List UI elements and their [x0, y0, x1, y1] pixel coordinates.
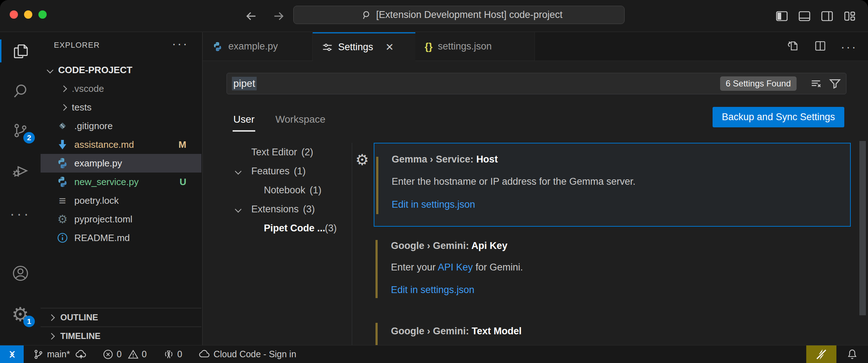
more-views-icon[interactable]: ··· — [0, 200, 41, 227]
python-icon — [56, 157, 69, 169]
command-center[interactable]: [Extension Development Host] code-projec… — [293, 6, 625, 24]
lock-file-icon: ≡ — [56, 194, 69, 207]
toggle-secondary-sidebar-icon[interactable] — [821, 10, 834, 23]
setting-actions-gear-icon[interactable]: ⚙ — [355, 152, 369, 168]
python-icon — [212, 41, 223, 52]
toml-gear-icon: ⚙ — [56, 213, 69, 225]
tree-root-code-project[interactable]: CODE-PROJECT — [41, 61, 201, 79]
branch-status-item[interactable]: main* — [33, 349, 87, 360]
toggle-panel-icon[interactable] — [798, 10, 811, 23]
toc-features[interactable]: Features (1) — [203, 162, 352, 181]
maximize-window-button[interactable] — [38, 10, 47, 19]
chevron-right-icon — [60, 85, 67, 92]
explorer-title: EXPLORER — [54, 41, 100, 50]
run-debug-icon[interactable] — [0, 157, 41, 184]
close-window-button[interactable] — [10, 10, 18, 19]
toc-text-editor[interactable]: Text Editor (2) — [203, 143, 352, 162]
tree-item-readme-md[interactable]: README.md — [41, 228, 201, 247]
settings-gear-icon[interactable]: ⚙ 1 — [0, 301, 41, 328]
api-key-link[interactable]: API Key — [438, 262, 473, 273]
toc-notebook[interactable]: Notebook (1) — [203, 181, 352, 200]
nav-forward-icon[interactable] — [271, 9, 286, 23]
settings-search-value: pipet — [232, 77, 257, 90]
activity-bar: 2 ··· ⚙ 1 — [0, 32, 41, 345]
setting-description: Enter your API Key for Gemini. — [391, 262, 523, 273]
settings-scrollbar[interactable] — [859, 141, 866, 315]
tree-item-new-service-py[interactable]: new_service.py U — [41, 173, 201, 191]
accounts-icon[interactable] — [0, 260, 41, 287]
cloud-code-signin-item[interactable]: Cloud Code - Sign in — [199, 349, 297, 360]
modified-indicator — [375, 240, 378, 298]
edit-in-settings-json-link[interactable]: Edit in settings.json — [391, 284, 475, 296]
toc-splitter[interactable] — [352, 143, 352, 345]
notifications-bell-icon[interactable] — [836, 345, 868, 363]
cloud-icon — [199, 349, 210, 360]
tab-example-py[interactable]: example.py — [203, 32, 313, 61]
chevron-right-icon — [48, 314, 55, 321]
toggle-sidebar-icon[interactable] — [775, 10, 788, 23]
explorer-icon[interactable] — [0, 37, 41, 65]
explorer-more-actions-icon[interactable]: ··· — [172, 37, 188, 51]
settings-badge: 1 — [23, 316, 35, 327]
settings-list: Gemma › Service: Host Enter the hostname… — [374, 143, 851, 345]
tree-item-example-py[interactable]: example.py — [41, 154, 201, 173]
flash-off-status-item[interactable] — [806, 345, 836, 363]
broadcast-status-item[interactable]: 0 — [163, 349, 182, 360]
open-settings-json-icon[interactable] — [786, 39, 800, 54]
split-editor-icon[interactable] — [813, 39, 827, 54]
close-tab-icon[interactable]: ✕ — [386, 41, 394, 53]
source-control-icon[interactable]: 2 — [0, 117, 41, 144]
title-bar: [Extension Development Host] code-projec… — [0, 0, 868, 32]
setting-description: Enter the hostname or IP address for the… — [392, 176, 635, 187]
tab-settings[interactable]: Settings ✕ — [313, 32, 415, 61]
settings-search-input[interactable]: pipet 6 Settings Found — [227, 73, 846, 94]
setting-title: Google › Gemini: Api Key — [391, 240, 508, 251]
git-modified-badge: M — [178, 139, 186, 150]
scm-badge: 2 — [23, 132, 35, 143]
setting-google-gemini-text-model[interactable]: Google › Gemini: Text Model — [374, 321, 851, 345]
problems-status-item[interactable]: 0 0 — [103, 349, 147, 360]
settings-found-badge: 6 Settings Found — [720, 76, 797, 91]
customize-layout-icon[interactable] — [843, 10, 856, 23]
traffic-lights — [10, 10, 47, 19]
tree-item-vscode[interactable]: .vscode — [41, 79, 201, 98]
setting-google-gemini-api-key[interactable]: Google › Gemini: Api Key Enter your API … — [374, 231, 851, 307]
tab-settings-json[interactable]: {} settings.json — [415, 32, 535, 61]
filter-settings-icon[interactable] — [829, 77, 841, 90]
tree-item-gitignore[interactable]: .gitignore — [41, 117, 201, 135]
scope-tab-workspace[interactable]: Workspace — [275, 114, 326, 130]
settings-editor: pipet 6 Settings Found User Workspace Ba… — [203, 61, 868, 345]
search-view-icon[interactable] — [0, 77, 41, 105]
json-braces-icon: {} — [425, 41, 433, 52]
toc-extensions[interactable]: Extensions (3) — [203, 200, 352, 219]
setting-title: Gemma › Service: Host — [392, 154, 498, 165]
file-tree: CODE-PROJECT .vscode tests .gitignore — [41, 61, 201, 247]
scope-tab-user[interactable]: User — [233, 114, 255, 130]
tree-item-assistance-md[interactable]: assistance.md M — [41, 135, 201, 154]
tree-item-poetry-lock[interactable]: ≡ poetry.lock — [41, 191, 201, 210]
chevron-down-icon — [47, 67, 53, 73]
sync-cloud-upload-icon[interactable] — [75, 349, 87, 360]
settings-sliders-icon — [322, 42, 333, 53]
edit-in-settings-json-link[interactable]: Edit in settings.json — [392, 199, 475, 210]
outline-section[interactable]: OUTLINE — [41, 308, 201, 326]
tree-item-tests[interactable]: tests — [41, 98, 201, 117]
timeline-section[interactable]: TIMELINE — [41, 326, 201, 345]
tree-item-pyproject-toml[interactable]: ⚙ pyproject.toml — [41, 210, 201, 228]
window-title: [Extension Development Host] code-projec… — [376, 9, 563, 20]
editor-area: example.py Settings ✕ {} settings.json — [203, 32, 868, 345]
vscode-window: [Extension Development Host] code-projec… — [0, 0, 868, 363]
clear-settings-search-icon[interactable] — [810, 77, 822, 90]
editor-more-actions-icon[interactable]: ··· — [841, 45, 857, 48]
remote-indicator[interactable] — [0, 345, 24, 363]
backup-sync-button[interactable]: Backup and Sync Settings — [713, 107, 844, 127]
settings-scope-tabs: User Workspace — [233, 114, 326, 130]
settings-toc: Text Editor (2) Features (1) Notebook (1… — [203, 143, 352, 238]
nav-back-icon[interactable] — [244, 9, 258, 23]
radio-tower-icon — [163, 349, 174, 360]
status-bar: main* 0 0 0 Cloud Code - Sign i — [0, 345, 868, 363]
minimize-window-button[interactable] — [24, 10, 32, 19]
toc-pipet-code[interactable]: Pipet Code ... (3) — [203, 219, 352, 238]
info-icon — [56, 232, 69, 244]
setting-gemma-service-host[interactable]: Gemma › Service: Host Enter the hostname… — [374, 143, 851, 227]
